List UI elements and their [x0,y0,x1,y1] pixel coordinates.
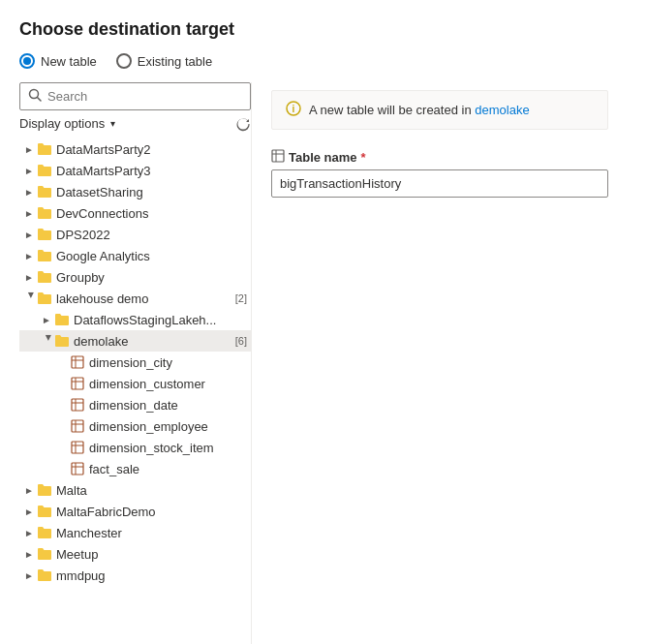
svg-rect-2 [72,356,83,368]
tree-item-label-Meetup: Meetup [56,547,247,562]
page-title: Choose destination target [19,19,628,40]
tree-item-MaltaFabricDemo[interactable]: ► MaltaFabricDemo [19,501,251,522]
radio-circle-new-table [19,53,35,69]
table-icon-dimension_customer [70,376,85,391]
tree-item-label-GoogleAnalytics: Google Analytics [56,249,247,263]
display-options-row: Display options ▾ [19,116,251,135]
tree-item-Manchester[interactable]: ► Manchester [19,522,251,543]
svg-text:i: i [293,104,295,114]
tree-item-dimension_customer[interactable]: dimension_customer [19,373,251,394]
expand-arrow-DatasetSharing: ► [21,184,37,199]
tree-item-GoogleAnalytics[interactable]: ► Google Analytics [19,245,251,266]
expand-arrow-demolake: ► [39,333,54,349]
radio-label-new-table: New table [41,54,97,69]
tree-item-label-dimension_employee: dimension_employee [89,419,247,434]
expand-arrow-lakehousedemo: ► [21,291,37,306]
svg-rect-22 [272,150,284,162]
display-options[interactable]: Display options ▾ [19,116,115,131]
tree-item-Groupby[interactable]: ► Groupby [19,266,251,288]
tree-item-label-Malta: Malta [56,483,247,498]
main-content: Display options ▾ ► DataMartsParty2 [19,82,628,644]
tree-item-mmdpug[interactable]: ► mmdpug [19,565,251,586]
radio-new-table[interactable]: New table [19,53,97,69]
tree-item-label-DataMartsParty2: DataMartsParty2 [56,142,247,157]
display-options-label: Display options [19,116,105,131]
search-icon [28,88,42,105]
folder-icon-Manchester [37,525,52,540]
table-schema-icon [271,149,285,166]
badge-demolake: [6] [235,335,247,347]
left-panel: Display options ▾ ► DataMartsParty2 [19,82,252,644]
tree-item-label-DatasetSharing: DatasetSharing [56,185,247,199]
radio-existing-table[interactable]: Existing table [116,53,212,69]
table-name-label: Table name * [271,149,608,166]
tree-item-DPS2022[interactable]: ► DPS2022 [19,224,251,245]
expand-arrow-DataMartsParty3: ► [21,163,37,178]
tree-item-DataflowsStagingLakeh[interactable]: ► DataflowsStagingLakeh... [19,309,251,330]
tree-item-dimension_stock_item[interactable]: dimension_stock_item [19,437,251,458]
search-box[interactable] [19,82,251,110]
expand-arrow-Malta: ► [21,482,37,498]
svg-rect-11 [72,420,83,432]
tree-container[interactable]: ► DataMartsParty2 ► DataMartsParty3 ► Da… [19,138,251,644]
tree-item-DataMartsParty3[interactable]: ► DataMartsParty3 [19,160,251,181]
table-icon-dimension_city [70,354,85,370]
info-banner: i A new table will be created in demolak… [271,90,608,130]
tree-item-label-dimension_city: dimension_city [89,355,247,370]
tree-item-demolake[interactable]: ► demolake [6] [19,330,251,352]
tree-item-label-demolake: demolake [74,334,231,349]
folder-icon-DataflowsStagingLakeh [54,312,70,327]
table-name-input[interactable] [271,169,608,198]
tree-item-label-lakehousedemo: lakehouse demo [56,291,231,306]
tree-item-lakehousedemo[interactable]: ► lakehouse demo [2] [19,288,251,309]
tree-item-label-dimension_date: dimension_date [89,398,247,413]
expand-arrow-mmdpug: ► [21,567,37,583]
tree-item-fact_sale[interactable]: fact_sale [19,458,251,479]
tree-item-DatasetSharing[interactable]: ► DatasetSharing [19,181,251,202]
expand-arrow-DPS2022: ► [21,227,37,242]
expand-arrow-Manchester: ► [21,525,37,540]
search-input[interactable] [47,89,242,104]
right-panel: i A new table will be created in demolak… [252,82,628,644]
tree-item-label-DataMartsParty3: DataMartsParty3 [56,164,247,178]
svg-rect-5 [72,378,83,389]
expand-arrow-GoogleAnalytics: ► [21,248,37,263]
expand-arrow-DataflowsStagingLakeh: ► [39,312,54,327]
folder-icon-DataMartsParty3 [37,163,52,178]
table-icon-fact_sale [70,461,85,476]
folder-icon-lakehousedemo [37,291,52,306]
info-banner-text: A new table will be created in demolake [309,103,530,117]
folder-icon-Meetup [37,546,52,562]
tree-item-label-DevConnections: DevConnections [56,206,247,221]
tree-item-label-DataflowsStagingLakeh: DataflowsStagingLakeh... [74,313,247,327]
folder-icon-Malta [37,482,52,498]
tree-item-label-fact_sale: fact_sale [89,462,247,476]
tree-item-Meetup[interactable]: ► Meetup [19,543,251,565]
tree-item-DataMartsParty2[interactable]: ► DataMartsParty2 [19,138,251,160]
table-name-label-text: Table name [289,150,357,165]
tree-item-dimension_employee[interactable]: dimension_employee [19,415,251,437]
refresh-icon[interactable] [235,116,251,135]
svg-rect-14 [72,442,83,453]
badge-lakehousedemo: [2] [235,292,247,304]
radio-label-existing-table: Existing table [138,54,212,69]
tree-item-label-dimension_customer: dimension_customer [89,377,247,391]
tree-item-label-Manchester: Manchester [56,526,247,540]
tree-item-Malta[interactable]: ► Malta [19,479,251,501]
folder-icon-DatasetSharing [37,184,52,199]
expand-arrow-Groupby: ► [21,269,37,285]
svg-rect-17 [72,463,83,475]
svg-line-1 [38,98,42,102]
folder-icon-mmdpug [37,567,52,583]
table-icon-dimension_stock_item [70,440,85,455]
tree-item-DevConnections[interactable]: ► DevConnections [19,202,251,224]
expand-arrow-Meetup: ► [21,546,37,562]
info-banner-link[interactable]: demolake [475,103,529,117]
folder-icon-demolake [54,333,70,349]
table-icon-dimension_employee [70,418,85,434]
tree-item-dimension_city[interactable]: dimension_city [19,352,251,373]
radio-group: New table Existing table [19,53,628,69]
table-icon-dimension_date [70,397,85,413]
tree-item-dimension_date[interactable]: dimension_date [19,394,251,415]
folder-icon-DataMartsParty2 [37,141,52,157]
